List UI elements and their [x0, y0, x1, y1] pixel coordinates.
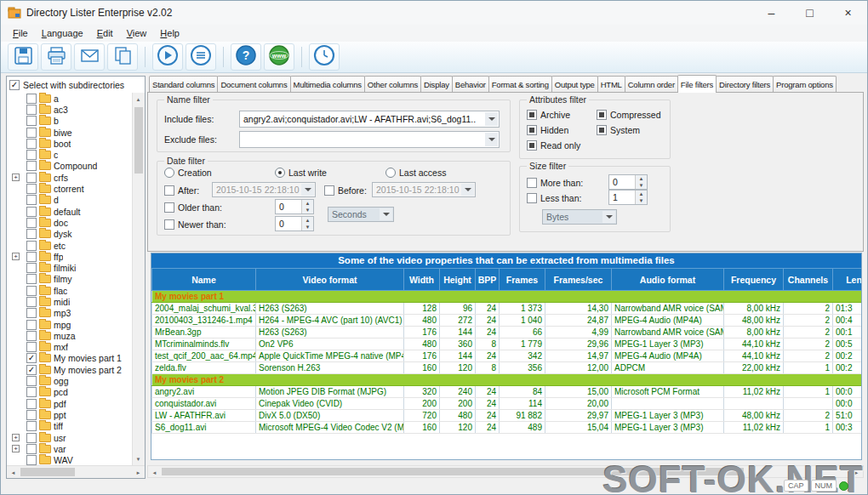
tree-item[interactable]: doc [8, 217, 131, 228]
exclude-files-combobox[interactable] [239, 131, 500, 148]
data-row[interactable]: angry2.aviMotion JPEG DIB Format (MJPG)3… [152, 386, 863, 398]
hidden-checkbox[interactable]: Hidden [527, 124, 568, 136]
tree-item[interactable]: WAV [8, 455, 131, 466]
scrollbar-thumb[interactable] [20, 468, 75, 476]
tree-item-checkbox[interactable] [26, 455, 37, 465]
email-button[interactable] [74, 43, 105, 71]
tree-item-checkbox[interactable] [26, 184, 37, 194]
column-header[interactable]: Width [404, 269, 440, 291]
tree-item-checkbox[interactable] [26, 376, 37, 386]
tab-standard-columns[interactable]: Standard columns [149, 76, 218, 92]
tree-item[interactable]: +var [8, 443, 131, 454]
scrollbar-thumb[interactable] [134, 107, 143, 174]
tree-item[interactable]: muza [8, 330, 131, 341]
minimize-button[interactable]: – [752, 1, 791, 25]
date-unit-combobox[interactable]: Seconds [328, 207, 394, 222]
checkbox-icon[interactable] [324, 185, 334, 196]
scroll-left-icon[interactable]: ◄ [7, 466, 20, 479]
checkbox-icon[interactable] [164, 185, 174, 196]
dropdown-arrow-icon[interactable] [485, 112, 498, 126]
dropdown-arrow-icon[interactable] [301, 184, 314, 196]
tree-item[interactable]: biwe [8, 127, 131, 138]
tree-item[interactable]: ac3 [8, 104, 131, 115]
checkbox-filled-icon[interactable] [597, 125, 607, 135]
history-button[interactable] [309, 43, 340, 71]
tree-item[interactable]: boot [8, 138, 131, 149]
spin-down-icon[interactable]: ▼ [636, 197, 647, 204]
data-row[interactable]: 20100403_131246-1.mp4H264 - MPEG-4 AVC (… [152, 315, 863, 327]
tree-item[interactable]: ctorrent [8, 183, 131, 194]
checkbox-icon[interactable] [527, 193, 537, 203]
expand-icon[interactable]: + [12, 434, 20, 441]
tree-item[interactable]: ✓My movies part 2 [8, 364, 131, 375]
tab-other-columns[interactable]: Other columns [364, 76, 421, 92]
data-row[interactable]: MTcriminalminds.flvOn2 VP648036081 77929… [152, 339, 863, 350]
tree-item[interactable]: c [8, 149, 131, 160]
tab-file-filters[interactable]: File filters [677, 75, 717, 93]
tree-vertical-scrollbar[interactable]: ▲ ▼ [132, 93, 145, 465]
checkbox-filled-icon[interactable] [527, 140, 537, 151]
data-row[interactable]: S6_dog11.aviMicrosoft MPEG-4 Video Codec… [152, 422, 863, 434]
scroll-left-icon[interactable]: ◄ [148, 466, 161, 479]
tree-item-checkbox[interactable] [26, 241, 37, 251]
tree-item[interactable]: pcd [8, 387, 131, 398]
tree-item[interactable]: ogg [8, 375, 131, 386]
tree-item[interactable]: +usr [8, 432, 131, 443]
include-files-combobox[interactable]: angry2.avi;conquistador.avi;LW - AFATHFR… [239, 111, 500, 128]
help-button[interactable]: ? [231, 43, 261, 71]
spin-up-icon[interactable]: ▲ [302, 200, 313, 207]
column-header[interactable]: Lengt [833, 269, 863, 291]
tab-multimedia-columns[interactable]: Multimedia columns [290, 76, 365, 92]
newer-than-spinner[interactable]: 0 ▲▼ [275, 216, 314, 231]
spin-up-icon[interactable]: ▲ [636, 175, 647, 182]
tree-item-checkbox[interactable] [26, 297, 37, 307]
tree-item-checkbox[interactable] [26, 229, 37, 239]
tree-item-checkbox[interactable] [26, 444, 37, 454]
menu-view[interactable]: View [120, 26, 154, 40]
dropdown-arrow-icon[interactable] [461, 184, 474, 196]
data-row[interactable]: LW - AFATHFR.aviDivX 5.0 (DX50)720480249… [152, 410, 863, 422]
radio-icon[interactable] [164, 168, 174, 178]
save-button[interactable] [8, 43, 38, 71]
tree-item[interactable]: midi [8, 296, 131, 307]
tree-item[interactable]: ✓My movies part 1 [8, 353, 131, 364]
tree-item[interactable]: tiff [8, 421, 131, 432]
maximize-button[interactable]: □ [791, 1, 829, 25]
tree-item[interactable]: mp3 [8, 308, 131, 319]
tab-format-sorting[interactable]: Format & sorting [488, 76, 552, 92]
radio-creation[interactable]: Creation [164, 167, 212, 179]
less-than-checkbox[interactable]: Less than: [527, 192, 581, 204]
data-row[interactable]: test_qcif_200_aac_64.mp4Apple QuickTime … [152, 350, 863, 362]
radio-last-write[interactable]: Last write [275, 167, 327, 179]
data-row[interactable]: MrBean.3gpH263 (S263)17614424664,99Narro… [152, 327, 863, 339]
dropdown-arrow-icon[interactable] [602, 211, 615, 223]
tree-item-checkbox[interactable] [26, 308, 37, 318]
tree-item-checkbox[interactable] [26, 421, 37, 431]
tree-item[interactable]: mxf [8, 342, 131, 353]
tree-item[interactable]: filmy [8, 274, 131, 285]
column-header[interactable]: Audio format [612, 269, 724, 291]
column-header[interactable]: Name [152, 269, 256, 291]
select-with-subdirectories-checkbox[interactable]: ✓ [9, 80, 20, 90]
expand-icon[interactable]: + [12, 174, 20, 181]
menu-help[interactable]: Help [153, 26, 186, 40]
radio-last-access[interactable]: Last access [385, 167, 446, 179]
compressed-checkbox[interactable]: Compressed [597, 109, 661, 121]
tree-horizontal-scrollbar[interactable]: ◄ ► [7, 465, 145, 478]
older-than-checkbox[interactable]: Older than: [164, 202, 222, 213]
column-header[interactable]: Height [440, 269, 476, 291]
tree-item-checkbox[interactable] [26, 207, 37, 217]
tree-item-checkbox[interactable] [26, 399, 37, 409]
spin-down-icon[interactable]: ▼ [302, 207, 313, 213]
tree-item[interactable]: ppt [8, 409, 131, 420]
tree-item-checkbox[interactable] [26, 161, 37, 171]
tree-item[interactable]: default [8, 206, 131, 217]
column-header[interactable]: Frames [500, 269, 545, 291]
before-date-picker[interactable]: 2015-10-15 22:18:10 [372, 182, 476, 197]
more-than-checkbox[interactable]: More than: [527, 177, 583, 189]
tree-item-checkbox[interactable] [26, 286, 37, 296]
tree-item-checkbox[interactable] [26, 387, 37, 397]
scroll-right-icon[interactable]: ► [132, 466, 145, 479]
tab-behavior[interactable]: Behavior [452, 76, 489, 92]
archive-checkbox[interactable]: Archive [527, 109, 570, 121]
